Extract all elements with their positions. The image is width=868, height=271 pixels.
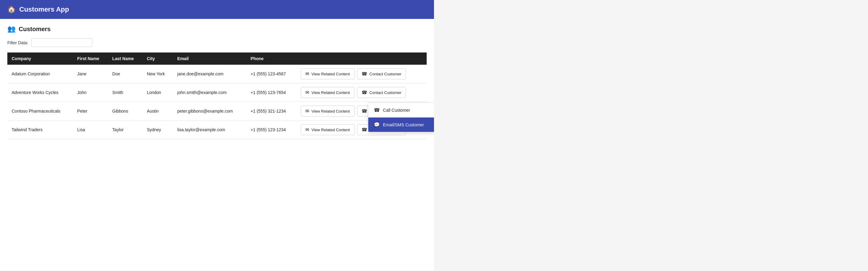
filter-row: Filter Data:	[7, 38, 427, 47]
page-title: Customers	[19, 26, 51, 33]
cell-1: Lisa	[73, 121, 108, 139]
action-cell: ✉View Related Content☎Contact Customer	[297, 83, 427, 102]
contact-customer-button[interactable]: ☎Contact Customer	[357, 87, 406, 98]
cell-1: John	[73, 83, 108, 102]
people-icon: 👥	[7, 25, 16, 33]
col-last-name: Last Name	[108, 53, 143, 65]
envelope-icon: ✉	[305, 90, 309, 95]
app-header: 🏠 Customers App	[0, 0, 434, 19]
col-email: Email	[173, 53, 246, 65]
view-related-button[interactable]: ✉View Related Content	[301, 124, 354, 135]
cell-0: Adventure Works Cycles	[7, 83, 73, 102]
col-first-name: First Name	[73, 53, 108, 65]
col-actions	[297, 53, 427, 65]
envelope-icon: ✉	[305, 108, 309, 114]
app-title: Customers App	[19, 5, 69, 13]
table-row: Adventure Works CyclesJohnSmithLondonjoh…	[7, 83, 427, 102]
view-related-button[interactable]: ✉View Related Content	[301, 68, 354, 79]
email-sms-customer-item[interactable]: 💬Email/SMS Customer🖱️	[368, 117, 434, 132]
cell-4: peter.gibbons@example.com	[173, 102, 246, 121]
table-row: Tailwind TradersLisaTaylorSydneylisa.tay…	[7, 121, 427, 139]
cell-3: New York	[143, 65, 173, 83]
action-cell: ✉View Related Content☎Contact Customer	[297, 65, 427, 83]
phone-icon: ☎	[374, 107, 380, 113]
table-row: Adatum CorporationJaneDoeNew Yorkjane.do…	[7, 65, 427, 83]
page-title-row: 👥 Customers	[7, 25, 427, 33]
cell-5: +1 (555) 123-1234	[246, 121, 297, 139]
action-cell: ✉View Related Content☎Contact Customer☎C…	[297, 102, 427, 121]
action-buttons: ✉View Related Content☎Contact Customer	[301, 87, 423, 98]
phone-icon: ☎	[362, 108, 367, 114]
cell-5: +1 (555) 321-1234	[246, 102, 297, 121]
chat-icon: 💬	[374, 122, 380, 128]
envelope-icon: ✉	[305, 127, 309, 132]
phone-icon: ☎	[362, 127, 367, 132]
cell-4: john.smith@example.com	[173, 83, 246, 102]
filter-input[interactable]	[31, 38, 92, 47]
call-customer-item[interactable]: ☎Call Customer	[368, 103, 434, 117]
cell-2: Gibbons	[108, 102, 143, 121]
table-row: Contoso PharmaceuticalsPeterGibbonsAusti…	[7, 102, 427, 121]
cell-3: Sydney	[143, 121, 173, 139]
page-content: 👥 Customers Filter Data: Company First N…	[0, 19, 434, 270]
filter-label: Filter Data:	[7, 40, 28, 45]
customers-table: Company First Name Last Name City Email …	[7, 53, 427, 139]
col-phone: Phone	[246, 53, 297, 65]
view-related-button[interactable]: ✉View Related Content	[301, 106, 354, 116]
action-buttons: ✉View Related Content☎Contact Customer	[301, 68, 423, 79]
cell-5: +1 (555) 123-4567	[246, 65, 297, 83]
action-buttons: ✉View Related Content☎Contact Customer☎C…	[301, 106, 423, 116]
envelope-icon: ✉	[305, 71, 309, 77]
contact-customer-button[interactable]: ☎Contact Customer	[357, 68, 406, 79]
cell-3: London	[143, 83, 173, 102]
phone-icon: ☎	[362, 71, 367, 77]
view-related-button[interactable]: ✉View Related Content	[301, 87, 354, 98]
cell-0: Contoso Pharmaceuticals	[7, 102, 73, 121]
cell-2: Taylor	[108, 121, 143, 139]
cell-0: Adatum Corporation	[7, 65, 73, 83]
col-city: City	[143, 53, 173, 65]
cell-1: Jane	[73, 65, 108, 83]
contact-dropdown: ☎Call Customer💬Email/SMS Customer🖱️	[368, 103, 434, 132]
cell-3: Austin	[143, 102, 173, 121]
table-header-row: Company First Name Last Name City Email …	[7, 53, 427, 65]
cell-4: jane.doe@example.com	[173, 65, 246, 83]
house-icon: 🏠	[7, 5, 16, 13]
phone-icon: ☎	[362, 90, 367, 95]
cell-5: +1 (555) 123-7654	[246, 83, 297, 102]
cell-2: Smith	[108, 83, 143, 102]
cell-0: Tailwind Traders	[7, 121, 73, 139]
cell-1: Peter	[73, 102, 108, 121]
col-company: Company	[7, 53, 73, 65]
cell-2: Doe	[108, 65, 143, 83]
cell-4: lisa.taylor@example.com	[173, 121, 246, 139]
